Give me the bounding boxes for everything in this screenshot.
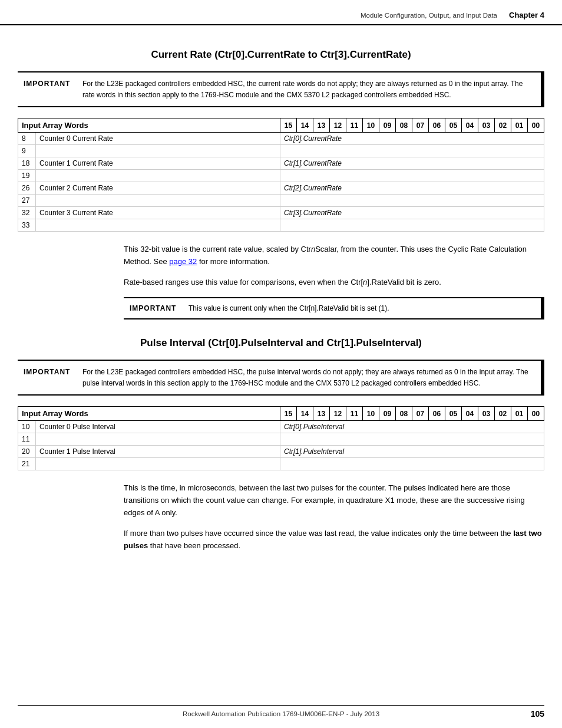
col-09: 09 [379, 118, 396, 133]
page32-link[interactable]: page 32 [169, 257, 197, 266]
col-00: 00 [528, 118, 544, 133]
s2-col-04: 04 [462, 407, 478, 421]
s2-col-11: 11 [346, 407, 363, 421]
s2-col-00: 00 [528, 407, 544, 421]
s2-col-14: 14 [297, 407, 313, 421]
table-row: 32 Counter 3 Current Rate Ctr[3].Current… [18, 207, 544, 219]
col-06: 06 [429, 118, 445, 133]
col-07: 07 [412, 118, 429, 133]
section2-important-text: For the L23E packaged controllers embedd… [82, 367, 544, 388]
table-row: 18 Counter 1 Current Rate Ctr[1].Current… [18, 157, 544, 170]
s2-col-07: 07 [412, 407, 429, 421]
main-content: Current Rate (Ctr[0].CurrentRate to Ctr[… [0, 25, 562, 572]
col-11: 11 [346, 118, 363, 133]
section2-body2: If more than two pulses have occurred si… [18, 528, 544, 552]
col-03: 03 [478, 118, 495, 133]
section1-table: Input Array Words 15 14 13 12 11 10 09 0… [18, 118, 544, 232]
col-02: 02 [495, 118, 511, 133]
table-row: 11 [18, 433, 544, 446]
footer-text: Rockwell Automation Publication 1769-UM0… [183, 710, 379, 717]
section2-table: Input Array Words 15 14 13 12 11 10 09 0… [18, 406, 544, 470]
col-13: 13 [313, 118, 330, 133]
section1-important2-text: This value is current only when the Ctr[… [189, 303, 544, 314]
table-row: 19 [18, 170, 544, 182]
section2-important-box: IMPORTANT For the L23E packaged controll… [18, 360, 544, 396]
col-01: 01 [511, 118, 528, 133]
table-row: 9 [18, 145, 544, 157]
section1-important-text: For the L23E packaged controllers embedd… [82, 78, 544, 100]
s2-col-12: 12 [330, 407, 346, 421]
bold-text: last two pulses [124, 529, 542, 550]
header-text: Module Configuration, Output, and Input … [361, 12, 497, 19]
col-05: 05 [445, 118, 462, 133]
col-14: 14 [297, 118, 313, 133]
section2-table-header: Input Array Words [18, 407, 280, 421]
section2-title: Pulse Interval (Ctr[0].PulseInterval and… [18, 337, 544, 349]
section1-important-box: IMPORTANT For the L23E packaged controll… [18, 71, 544, 107]
table-row: 10 Counter 0 Pulse Interval Ctr[0].Pulse… [18, 421, 544, 433]
col-15: 15 [280, 118, 297, 133]
page-header: Module Configuration, Output, and Input … [0, 0, 562, 25]
table-row: 21 [18, 458, 544, 470]
col-08: 08 [396, 118, 412, 133]
s2-col-10: 10 [363, 407, 379, 421]
col-12: 12 [330, 118, 346, 133]
section1-important-label: IMPORTANT [18, 78, 82, 88]
section1-table-header: Input Array Words [18, 118, 280, 133]
s2-col-06: 06 [429, 407, 445, 421]
table-row: 33 [18, 219, 544, 232]
s2-col-02: 02 [495, 407, 511, 421]
section1-important2: IMPORTANT This value is current only whe… [124, 297, 544, 320]
table-row: 8 Counter 0 Current Rate Ctr[0].CurrentR… [18, 133, 544, 145]
s2-col-03: 03 [478, 407, 495, 421]
s2-col-05: 05 [445, 407, 462, 421]
s2-col-13: 13 [313, 407, 330, 421]
col-04: 04 [462, 118, 478, 133]
s2-col-08: 08 [396, 407, 412, 421]
col-10: 10 [363, 118, 379, 133]
table-row: 26 Counter 2 Current Rate Ctr[2].Current… [18, 182, 544, 195]
s2-col-01: 01 [511, 407, 528, 421]
s2-col-15: 15 [280, 407, 297, 421]
section2-body1: This is the time, in microseconds, betwe… [18, 482, 544, 519]
s2-col-09: 09 [379, 407, 396, 421]
footer-page-number: 105 [531, 709, 544, 719]
table-row: 27 [18, 195, 544, 207]
section2-important-label: IMPORTANT [18, 367, 82, 376]
section1-important2-label: IMPORTANT [124, 303, 189, 312]
header-chapter: Chapter 4 [509, 11, 544, 19]
section1-body2: Rate-based ranges use this value for com… [18, 276, 544, 289]
page-footer: Rockwell Automation Publication 1769-UM0… [18, 705, 544, 717]
page-container: Module Configuration, Output, and Input … [0, 0, 562, 728]
table-row: 20 Counter 1 Pulse Interval Ctr[1].Pulse… [18, 446, 544, 458]
section1-body1: This 32-bit value is the current rate va… [18, 243, 544, 268]
section1-title: Current Rate (Ctr[0].CurrentRate to Ctr[… [18, 49, 544, 61]
